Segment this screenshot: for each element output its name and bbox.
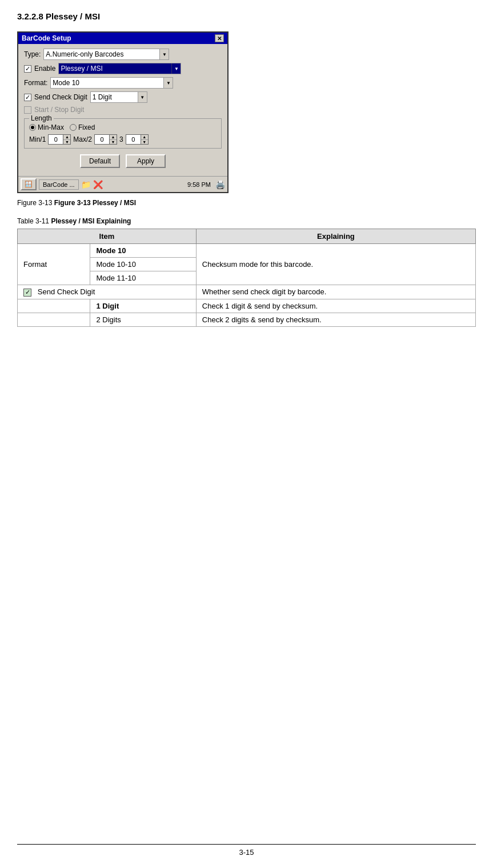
send-check-digit-explaining: Whether send check digit by barcode.	[196, 285, 475, 299]
dialog-body: Type: A.Numeric-only Barcodes ▼ Enable P…	[18, 44, 227, 176]
start-icon: 🪟	[25, 181, 33, 188]
format-select[interactable]: Mode 10 ▼	[50, 77, 173, 89]
start-stop-label: Start / Stop Digit	[34, 106, 84, 114]
footer-page-number: 3-15	[239, 848, 254, 857]
fixed-radio[interactable]	[70, 124, 77, 131]
max2-value: 0	[95, 136, 109, 143]
val3-arrows[interactable]: ▲ ▼	[141, 135, 148, 144]
format-row: Format: Mode 10 ▼	[24, 77, 222, 89]
send-check-digit-row: Send Check Digit 1 Digit ▼	[24, 91, 222, 103]
val3-up-arrow[interactable]: ▲	[141, 135, 148, 140]
taskbar-icon2: ❌	[93, 180, 103, 189]
header-explaining: Explaining	[196, 229, 475, 244]
type-select[interactable]: A.Numeric-only Barcodes ▼	[43, 49, 169, 60]
format-mode10: Mode 10	[90, 244, 196, 258]
2digits-explaining: Check 2 digits & send by checksum.	[196, 313, 475, 326]
start-stop-checkbox[interactable]	[24, 106, 31, 114]
format-item-main: Format	[18, 244, 90, 285]
format-value: Mode 10	[51, 79, 163, 87]
digit-select[interactable]: 1 Digit ▼	[90, 91, 147, 103]
figure-caption: Figure 3-13 Figure 3-13 Plessey / MSI	[17, 199, 476, 207]
min1-down-arrow[interactable]: ▼	[63, 140, 70, 145]
default-button[interactable]: Default	[80, 154, 120, 168]
table-row: Format Mode 10 Checksum mode for this ba…	[18, 244, 476, 258]
format-dropdown-arrow[interactable]: ▼	[163, 78, 173, 88]
digit-value: 1 Digit	[91, 93, 138, 101]
min1-up-arrow[interactable]: ▲	[63, 135, 70, 140]
start-stop-row: Start / Stop Digit	[24, 106, 222, 114]
minmax-values-row: Min/1 0 ▲ ▼ Max/2 0 ▲ ▼	[29, 134, 217, 145]
val3-down-arrow[interactable]: ▼	[141, 140, 148, 145]
barcode-setup-dialog[interactable]: BarCode Setup ✕ Type: A.Numeric-only Bar…	[17, 31, 229, 193]
screenshot-area: BarCode Setup ✕ Type: A.Numeric-only Bar…	[17, 31, 476, 193]
page-footer: 3-15	[17, 844, 476, 857]
barcode-dropdown-arrow[interactable]: ▼	[171, 63, 181, 74]
page-title: 3.2.2.8 Plessey / MSI	[17, 11, 476, 21]
format-mode1010: Mode 10-10	[90, 258, 196, 271]
table-checkbox-icon: ✓	[23, 289, 31, 297]
val3: 3	[119, 135, 123, 143]
digit-dropdown-arrow[interactable]: ▼	[138, 92, 147, 102]
1digit-item: 1 Digit	[90, 299, 196, 313]
minmax-radio-option[interactable]: Min-Max	[29, 123, 64, 131]
min1-spinbox[interactable]: 0 ▲ ▼	[48, 134, 71, 145]
format-explaining: Checksum mode for this barcode.	[196, 244, 475, 285]
fixed-label: Fixed	[78, 123, 95, 131]
max2-up-arrow[interactable]: ▲	[110, 135, 117, 140]
max2-arrows[interactable]: ▲ ▼	[109, 135, 117, 144]
send-check-digit-label: Send Check Digit	[34, 93, 87, 101]
fixed-radio-option[interactable]: Fixed	[70, 123, 95, 131]
taskbar-icon3: 🖨️	[215, 180, 225, 189]
max2-down-arrow[interactable]: ▼	[110, 140, 117, 145]
table-row: ✓ Send Check Digit Whether send check di…	[18, 285, 476, 299]
table-row: 2 Digits Check 2 digits & send by checks…	[18, 313, 476, 326]
2digits-item: 2 Digits	[90, 313, 196, 326]
max2-spinbox[interactable]: 0 ▲ ▼	[94, 134, 117, 145]
table-caption: Table 3-11 Plessey / MSI Explaining	[17, 217, 476, 225]
type-value: A.Numeric-only Barcodes	[44, 50, 159, 58]
barcode-select[interactable]: Plessey / MSI ▼	[58, 63, 181, 74]
barcode-taskbar-button[interactable]: BarCode ...	[39, 179, 79, 190]
barcode-value: Plessey / MSI	[59, 65, 171, 73]
format-mode1110: Mode 11-10	[90, 271, 196, 285]
1digit-spacer	[18, 299, 90, 313]
min1-label: Min/1	[29, 135, 46, 143]
start-button[interactable]: 🪟	[21, 178, 37, 190]
val4-value: 0	[126, 136, 141, 143]
enable-checkbox[interactable]	[24, 65, 31, 73]
dialog-titlebar: BarCode Setup ✕	[18, 33, 227, 44]
enable-row: Enable Plessey / MSI ▼	[24, 63, 222, 74]
val3-spinbox[interactable]: 0 ▲ ▼	[126, 134, 149, 145]
length-radio-row: Min-Max Fixed	[29, 123, 217, 131]
taskbar-icon1: 📁	[81, 180, 91, 189]
figure-caption-text: Figure 3-13	[17, 199, 54, 207]
taskbar: 🪟 BarCode ... 📁 ❌ 9:58 PM 🖨️	[18, 176, 227, 192]
enable-label: Enable	[34, 65, 55, 73]
explain-table: Item Explaining Format Mode 10 Checksum …	[17, 229, 476, 327]
close-button[interactable]: ✕	[215, 34, 224, 42]
type-label: Type:	[24, 50, 41, 58]
type-dropdown-arrow[interactable]: ▼	[159, 49, 169, 59]
length-group: Length Min-Max Fixed Min/1 0	[24, 118, 222, 149]
min1-arrows[interactable]: ▲ ▼	[63, 135, 70, 144]
send-check-digit-checkbox[interactable]	[24, 94, 31, 101]
header-item: Item	[18, 229, 197, 244]
table-row: 1 Digit Check 1 digit & send by checksum…	[18, 299, 476, 313]
figure-caption-bold: Figure 3-13 Plessey / MSI	[54, 199, 136, 207]
type-row: Type: A.Numeric-only Barcodes ▼	[24, 49, 222, 60]
minmax-label: Min-Max	[38, 123, 64, 131]
2digits-spacer	[18, 313, 90, 326]
dialog-title: BarCode Setup	[22, 34, 71, 42]
max2-label: Max/2	[73, 135, 92, 143]
table-caption-bold: Plessey / MSI Explaining	[51, 217, 131, 225]
taskbar-time: 9:58 PM	[187, 181, 211, 188]
format-label: Format:	[24, 79, 47, 87]
apply-button[interactable]: Apply	[126, 154, 166, 168]
length-group-label: Length	[29, 114, 54, 122]
table-header-row: Item Explaining	[18, 229, 476, 244]
dialog-buttons: Default Apply	[24, 154, 222, 168]
min1-value: 0	[49, 136, 63, 143]
1digit-explaining: Check 1 digit & send by checksum.	[196, 299, 475, 313]
minmax-radio[interactable]	[29, 124, 36, 131]
send-check-digit-item: ✓ Send Check Digit	[18, 285, 197, 299]
